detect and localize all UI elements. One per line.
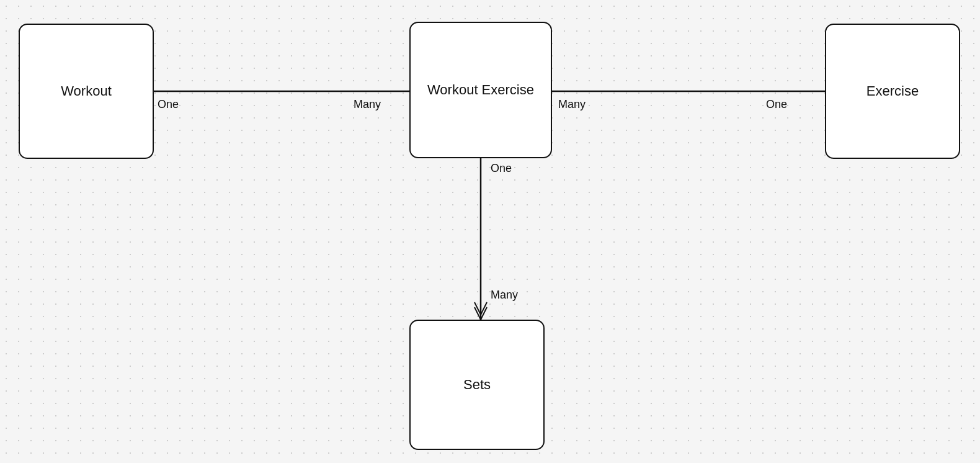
entity-sets: Sets: [409, 320, 545, 450]
label-one-down: One: [491, 162, 512, 175]
label-one-right: One: [766, 98, 787, 111]
svg-line-12: [481, 307, 487, 320]
entity-workout-label: Workout: [61, 83, 112, 99]
label-many-left: Many: [354, 98, 381, 111]
entity-sets-label: Sets: [463, 377, 491, 393]
label-many-right: Many: [558, 98, 586, 111]
entity-exercise-label: Exercise: [866, 83, 919, 99]
entity-exercise: Exercise: [825, 24, 960, 159]
entity-workout-exercise-label: Workout Exercise: [427, 82, 534, 98]
label-one-left: One: [158, 98, 179, 111]
entity-workout: Workout: [19, 24, 154, 159]
label-many-down: Many: [491, 289, 518, 302]
svg-line-14: [481, 302, 487, 315]
svg-line-11: [474, 307, 481, 320]
entity-workout-exercise: Workout Exercise: [409, 22, 552, 158]
svg-line-13: [474, 302, 481, 315]
diagram-canvas: Workout Workout Exercise Exercise Sets O…: [0, 0, 980, 463]
